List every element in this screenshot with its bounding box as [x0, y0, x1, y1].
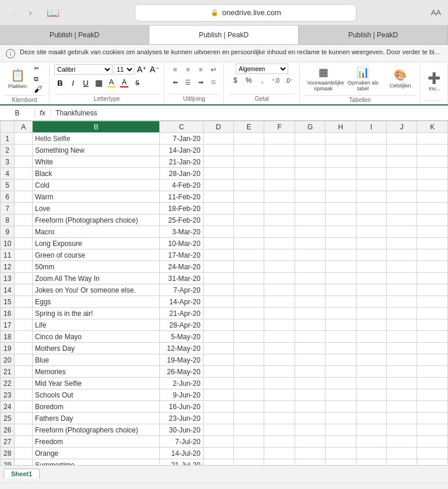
- cell-g-29[interactable]: [295, 459, 325, 466]
- cell-j-24[interactable]: [387, 401, 417, 413]
- spreadsheet-container[interactable]: A B C D E F G H I J K 1Hello Selfie7-Jan…: [0, 121, 448, 465]
- cell-c-8[interactable]: 25-Feb-20: [160, 214, 203, 226]
- cell-d-17[interactable]: [203, 319, 233, 331]
- cell-i-23[interactable]: [356, 389, 386, 401]
- cell-b-18[interactable]: Cinco de Mayo: [32, 331, 159, 343]
- cell-i-6[interactable]: [356, 191, 386, 203]
- comma-button[interactable]: ,: [256, 75, 268, 86]
- cell-f-22[interactable]: [264, 378, 295, 389]
- col-header-d[interactable]: D: [203, 121, 233, 133]
- tab-2[interactable]: Publish | PeakD: [149, 26, 299, 44]
- conditional-formatting-button[interactable]: ▦ Voorwaardelijke opmaak: [304, 64, 342, 94]
- cell-f-24[interactable]: [264, 401, 295, 413]
- cell-a-16[interactable]: [15, 308, 33, 319]
- cell-j-16[interactable]: [387, 308, 417, 319]
- cell-f-26[interactable]: [264, 424, 295, 436]
- cell-j-22[interactable]: [387, 378, 417, 389]
- cell-k-24[interactable]: [417, 401, 448, 413]
- cell-e-5[interactable]: [234, 180, 264, 191]
- cell-g-22[interactable]: [295, 378, 325, 389]
- cell-k-10[interactable]: [417, 238, 448, 249]
- cell-d-6[interactable]: [203, 191, 233, 203]
- cell-j-29[interactable]: [387, 459, 417, 466]
- cell-g-19[interactable]: [295, 343, 325, 354]
- cell-e-20[interactable]: [234, 354, 264, 366]
- cell-b-29[interactable]: Summertime: [32, 459, 159, 466]
- cell-d-9[interactable]: [203, 226, 233, 238]
- cell-f-12[interactable]: [264, 261, 295, 273]
- cell-k-14[interactable]: [417, 284, 448, 296]
- cell-e-22[interactable]: [234, 378, 264, 389]
- cell-c-10[interactable]: 10-Mar-20: [160, 238, 203, 249]
- cell-h-17[interactable]: [326, 319, 356, 331]
- cell-e-28[interactable]: [234, 448, 264, 459]
- cell-k-25[interactable]: [417, 413, 448, 424]
- cell-j-4[interactable]: [387, 168, 417, 180]
- cell-d-18[interactable]: [203, 331, 233, 343]
- cell-f-5[interactable]: [264, 180, 295, 191]
- cell-k-19[interactable]: [417, 343, 448, 354]
- cell-j-26[interactable]: [387, 424, 417, 436]
- cell-b-9[interactable]: Macro: [32, 226, 159, 238]
- cell-j-23[interactable]: [387, 389, 417, 401]
- cell-k-9[interactable]: [417, 226, 448, 238]
- cell-h-8[interactable]: [326, 214, 356, 226]
- cell-h-18[interactable]: [326, 331, 356, 343]
- cell-b-4[interactable]: Black: [32, 168, 159, 180]
- cell-i-18[interactable]: [356, 331, 386, 343]
- cell-h-29[interactable]: [326, 459, 356, 466]
- cell-a-26[interactable]: [15, 424, 33, 436]
- cell-g-27[interactable]: [295, 436, 325, 448]
- cell-b-1[interactable]: Hello Selfie: [32, 133, 159, 145]
- cell-j-10[interactable]: [387, 238, 417, 249]
- tab-3[interactable]: Publish | PeakD: [299, 26, 448, 44]
- cell-j-25[interactable]: [387, 413, 417, 424]
- cell-j-28[interactable]: [387, 448, 417, 459]
- cell-a-10[interactable]: [15, 238, 33, 249]
- cell-b-11[interactable]: Green of course: [32, 249, 159, 261]
- cell-c-28[interactable]: 14-Jul-20: [160, 448, 203, 459]
- cell-e-9[interactable]: [234, 226, 264, 238]
- cell-i-24[interactable]: [356, 401, 386, 413]
- cell-j-27[interactable]: [387, 436, 417, 448]
- cell-d-20[interactable]: [203, 354, 233, 366]
- cell-e-3[interactable]: [234, 156, 264, 168]
- cell-g-17[interactable]: [295, 319, 325, 331]
- cell-f-4[interactable]: [264, 168, 295, 180]
- cell-h-16[interactable]: [326, 308, 356, 319]
- cell-j-3[interactable]: [387, 156, 417, 168]
- cell-k-5[interactable]: [417, 180, 448, 191]
- col-header-a[interactable]: A: [15, 121, 33, 133]
- col-header-i[interactable]: I: [356, 121, 386, 133]
- cell-e-21[interactable]: [234, 366, 264, 378]
- cell-c-27[interactable]: 7-Jul-20: [160, 436, 203, 448]
- cell-c-7[interactable]: 18-Feb-20: [160, 203, 203, 214]
- cell-j-14[interactable]: [387, 284, 417, 296]
- cell-d-10[interactable]: [203, 238, 233, 249]
- cell-h-24[interactable]: [326, 401, 356, 413]
- cell-b-3[interactable]: White: [32, 156, 159, 168]
- align-top-center-button[interactable]: ≡: [182, 64, 194, 75]
- cell-h-3[interactable]: [326, 156, 356, 168]
- cell-j-12[interactable]: [387, 261, 417, 273]
- cell-e-12[interactable]: [234, 261, 264, 273]
- cell-g-10[interactable]: [295, 238, 325, 249]
- cell-a-15[interactable]: [15, 296, 33, 308]
- cell-f-6[interactable]: [264, 191, 295, 203]
- cell-e-29[interactable]: [234, 459, 264, 466]
- cell-k-3[interactable]: [417, 156, 448, 168]
- cell-b-27[interactable]: Freedom: [32, 436, 159, 448]
- currency-button[interactable]: $: [229, 75, 242, 86]
- cell-h-5[interactable]: [326, 180, 356, 191]
- increase-font-button[interactable]: A⁺: [136, 64, 148, 75]
- cell-i-26[interactable]: [356, 424, 386, 436]
- cell-h-1[interactable]: [326, 133, 356, 145]
- font-family-select[interactable]: Calibri: [54, 64, 113, 75]
- cell-a-23[interactable]: [15, 389, 33, 401]
- cell-d-13[interactable]: [203, 273, 233, 284]
- cell-g-11[interactable]: [295, 249, 325, 261]
- cell-a-5[interactable]: [15, 180, 33, 191]
- cell-k-21[interactable]: [417, 366, 448, 378]
- cell-i-28[interactable]: [356, 448, 386, 459]
- cell-f-16[interactable]: [264, 308, 295, 319]
